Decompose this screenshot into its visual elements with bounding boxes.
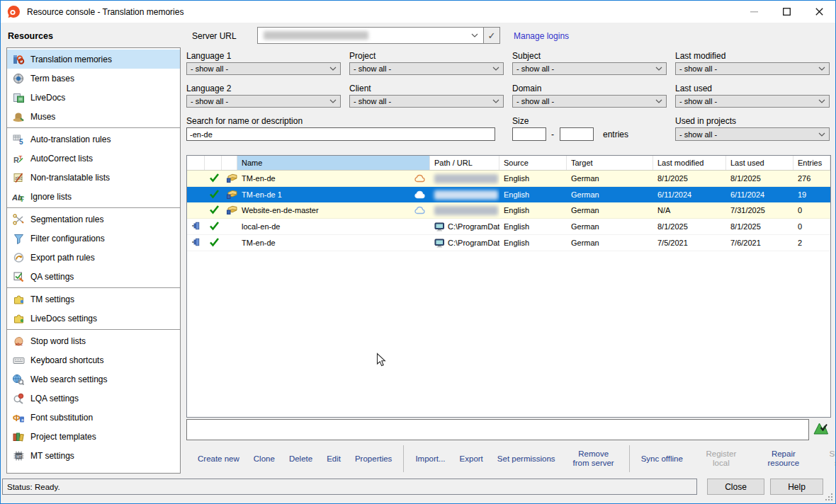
target-language-cell: German bbox=[567, 171, 653, 186]
column-header-last-used[interactable]: Last used bbox=[726, 156, 793, 170]
table-row-website-en-de-master[interactable]: Website-en-de-masterEnglishGermanN/A7/31… bbox=[187, 202, 830, 219]
dropdown-value: - show all - bbox=[516, 64, 554, 73]
column-header-source[interactable]: Source bbox=[499, 156, 567, 170]
domain-dropdown[interactable]: - show all - bbox=[512, 95, 667, 108]
sidebar-item-qa-settings[interactable]: QA settings bbox=[7, 267, 180, 286]
subject-dropdown[interactable]: - show all - bbox=[512, 62, 667, 75]
svg-text:MT: MT bbox=[16, 454, 23, 458]
client-dropdown[interactable]: - show all - bbox=[349, 95, 504, 108]
sidebar-item-label: Project templates bbox=[30, 432, 96, 442]
resource-name: Website-en-de-master bbox=[242, 206, 319, 214]
column-header-label: Source bbox=[504, 159, 529, 167]
sidebar-item-export-path-rules[interactable]: Export path rules bbox=[7, 248, 180, 267]
path-blurred-value bbox=[434, 206, 498, 215]
manage-logins-link[interactable]: Manage logins bbox=[514, 31, 569, 41]
resize-grip[interactable] bbox=[825, 493, 833, 501]
repair-resource-button[interactable]: Repair resource bbox=[759, 449, 808, 468]
search-input[interactable] bbox=[186, 127, 495, 141]
column-header-label: Last modified bbox=[657, 159, 704, 167]
sidebar-item-translation-memories[interactable]: Translation memories bbox=[7, 50, 180, 69]
clone-button[interactable]: Clone bbox=[254, 454, 275, 463]
create-new-button[interactable]: Create new bbox=[198, 454, 239, 463]
sidebar-item-livedocs-settings[interactable]: LiveDocs settings bbox=[7, 309, 180, 328]
sidebar-item-auto-translation-rules[interactable]: 5Auto-translation rules bbox=[7, 130, 180, 149]
sidebar-item-filter-configurations[interactable]: Filter configurations bbox=[7, 229, 180, 248]
sidebar-item-project-templates[interactable]: Project templates bbox=[7, 427, 180, 446]
chevron-down-icon bbox=[329, 67, 337, 71]
web-search-settings-icon bbox=[12, 374, 25, 385]
check-icon: ✓ bbox=[488, 30, 496, 41]
column-header-icon-0[interactable] bbox=[187, 156, 205, 170]
sidebar-item-autocorrect-lists[interactable]: RTAutoCorrect lists bbox=[7, 149, 180, 168]
source-language-cell: English bbox=[499, 187, 567, 202]
last-modified-dropdown[interactable]: - show all - bbox=[675, 62, 830, 75]
sidebar-group-separator bbox=[7, 127, 180, 128]
language-2-dropdown[interactable]: - show all - bbox=[186, 95, 341, 108]
column-header-target[interactable]: Target bbox=[567, 156, 653, 170]
dropdown-value: - show all - bbox=[679, 64, 717, 73]
chevron-down-icon bbox=[492, 99, 499, 103]
table-row-tm-en-de-1[interactable]: TM-en-de 1EnglishGerman6/11/20246/11/202… bbox=[187, 187, 830, 202]
pin-icon bbox=[191, 238, 202, 248]
close-window-button[interactable] bbox=[803, 1, 835, 23]
column-header-icon-2[interactable] bbox=[222, 156, 237, 170]
sidebar-item-livedocs[interactable]: LiveDocs bbox=[7, 88, 180, 107]
livedocs-settings-icon bbox=[12, 313, 25, 324]
dropdown-value: - show all - bbox=[679, 97, 717, 105]
maximize-button[interactable] bbox=[770, 1, 803, 23]
sidebar-item-segmentation-rules[interactable]: Segmentation rules bbox=[7, 210, 180, 229]
sidebar-item-label: Muses bbox=[30, 112, 55, 122]
sync-offline-button[interactable]: Sync offline bbox=[641, 454, 683, 463]
project-dropdown[interactable]: - show all - bbox=[349, 62, 504, 75]
column-header-last-modified[interactable]: Last modified bbox=[653, 156, 726, 170]
size-to-input[interactable] bbox=[560, 127, 594, 141]
close-button[interactable]: Close bbox=[707, 479, 764, 495]
sidebar-item-mt-settings[interactable]: MTMT settings bbox=[7, 446, 180, 465]
sidebar-item-term-bases[interactable]: Term bases bbox=[7, 69, 180, 88]
sidebar-item-ignore-lists[interactable]: AbçIgnore lists bbox=[7, 187, 180, 206]
delete-button[interactable]: Delete bbox=[289, 454, 312, 463]
table-row-tm-en-de[interactable]: TM-en-deEnglishGerman8/1/20258/1/2025276 bbox=[187, 171, 830, 187]
edit-button[interactable]: Edit bbox=[327, 454, 341, 463]
resource-name: local-en-de bbox=[242, 222, 280, 231]
table-header-row: NamePath / URLSourceTargetLast modifiedL… bbox=[187, 156, 830, 171]
last-used-dropdown[interactable]: - show all - bbox=[675, 95, 830, 108]
command-group: Create newCloneDeleteEditProperties bbox=[186, 445, 403, 472]
server-url-combobox[interactable] bbox=[257, 27, 484, 44]
column-header-name[interactable]: Name bbox=[237, 156, 430, 170]
column-header-entries[interactable]: Entries bbox=[793, 156, 830, 170]
sidebar-item-stop-word-lists[interactable]: abcStop word lists bbox=[7, 331, 180, 350]
name-cell: TM-en-de 1 bbox=[237, 187, 430, 202]
remove-from-server-button[interactable]: Remove from server bbox=[570, 449, 618, 468]
sidebar-item-keyboard-shortcuts[interactable]: Keyboard shortcuts bbox=[7, 350, 180, 370]
table-row-local-en-de[interactable]: local-en-deC:\ProgramData\...EnglishGerm… bbox=[187, 219, 830, 235]
import-button[interactable]: Import... bbox=[415, 454, 445, 463]
used-in-projects-dropdown[interactable]: - show all - bbox=[675, 127, 830, 141]
help-button[interactable]: Help bbox=[770, 479, 823, 495]
sidebar-item-lqa-settings[interactable]: LQA settings bbox=[7, 389, 180, 408]
dropdown-value: - show all - bbox=[191, 97, 228, 105]
server-connect-check-button[interactable]: ✓ bbox=[483, 27, 500, 44]
dropdown-value: - show all - bbox=[354, 64, 391, 73]
export-button[interactable]: Export bbox=[460, 454, 483, 463]
language-1-dropdown[interactable]: - show all - bbox=[186, 62, 341, 75]
resource-name: TM-en-de bbox=[242, 239, 276, 247]
sidebar-item-web-search-settings[interactable]: Web search settings bbox=[7, 370, 180, 389]
sidebar-item-font-substitution[interactable]: ΦaFont substitution bbox=[7, 408, 180, 427]
sidebar-item-muses[interactable]: Muses bbox=[7, 107, 180, 126]
size-from-input[interactable] bbox=[512, 127, 546, 141]
sidebar-item-non-translatable-lists[interactable]: abcNon-translatable lists bbox=[7, 168, 180, 187]
table-row-tm-en-de[interactable]: TM-en-deC:\ProgramData\...EnglishGerman7… bbox=[187, 235, 830, 251]
resource-type-cell bbox=[222, 202, 237, 218]
column-header-icon-1[interactable] bbox=[205, 156, 222, 170]
column-header-label: Entries bbox=[798, 159, 822, 167]
path-cell bbox=[430, 187, 499, 202]
chevron-down-icon bbox=[818, 67, 825, 71]
sidebar-item-tm-settings[interactable]: TM settings bbox=[7, 290, 180, 309]
set-permissions-button[interactable]: Set permissions bbox=[497, 454, 555, 463]
properties-button[interactable]: Properties bbox=[355, 454, 392, 463]
minimize-button[interactable] bbox=[738, 1, 770, 23]
path-text: C:\ProgramData\... bbox=[448, 239, 499, 247]
column-header-path-url[interactable]: Path / URL bbox=[430, 156, 499, 170]
path-text: C:\ProgramData\... bbox=[448, 222, 499, 231]
